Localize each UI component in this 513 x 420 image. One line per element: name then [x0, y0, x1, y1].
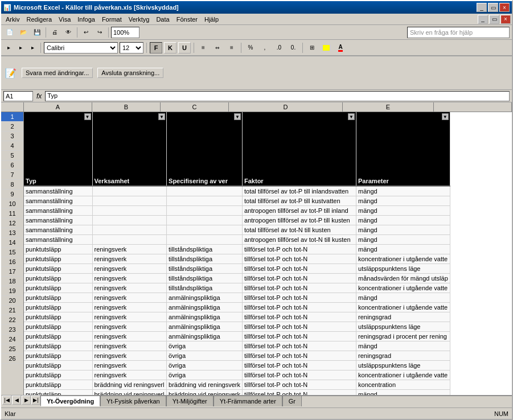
cell-a15[interactable]: punktutsläpp: [24, 312, 92, 322]
bold-button[interactable]: F: [150, 42, 162, 53]
align-right-button[interactable]: ≡: [225, 42, 238, 54]
cell-e11[interactable]: månadsvärden för mängd utsläp: [356, 273, 450, 283]
row-num-1[interactable]: 1: [1, 112, 23, 122]
menu-infoga[interactable]: Infoga: [74, 15, 99, 24]
col-header-e[interactable]: E: [343, 102, 434, 112]
cell-d5[interactable]: antropogen tillförsel av tot-P till kust…: [243, 215, 356, 225]
zoom-display[interactable]: 100%: [111, 27, 139, 38]
tab-prev-button[interactable]: ◀: [12, 396, 21, 405]
filter-arrow-c[interactable]: ▼: [234, 113, 241, 120]
row-num-24[interactable]: 24: [1, 335, 23, 344]
toolbar2-btn1[interactable]: ▸: [3, 42, 14, 54]
cell-c2[interactable]: [167, 186, 243, 196]
header-cell-typ[interactable]: Typ ▼: [24, 112, 92, 186]
row-num-16[interactable]: 16: [1, 257, 23, 267]
restore-button[interactable]: ▭: [488, 3, 498, 12]
menu-format[interactable]: Format: [99, 15, 125, 24]
cell-d22[interactable]: tillförsel tot-P och tot-N: [243, 380, 356, 389]
menu-redigera[interactable]: Redigera: [23, 15, 55, 24]
cell-e10[interactable]: utsläppspunktens läge: [356, 263, 450, 273]
cell-b3[interactable]: [92, 196, 167, 205]
tab-yt-frammande[interactable]: Yt-Främmande arter: [214, 396, 282, 406]
cell-e19[interactable]: reningsgrad: [356, 351, 450, 360]
cell-c13[interactable]: anmälningspliktiga: [167, 293, 243, 302]
track-btn2[interactable]: Avsluta granskning...: [97, 68, 163, 78]
cell-a5[interactable]: sammanställning: [24, 215, 92, 225]
cell-d11[interactable]: tillförsel tot-P och tot-N: [243, 273, 356, 283]
cell-d13[interactable]: tillförsel tot-P och tot-N: [243, 293, 356, 302]
cell-b2[interactable]: [92, 186, 167, 196]
cell-a6[interactable]: sammanställning: [24, 225, 92, 234]
cell-b13[interactable]: reningsverk: [92, 293, 167, 302]
cell-a4[interactable]: sammanställning: [24, 205, 92, 215]
cell-b23[interactable]: bräddning vid reningsverl: [92, 389, 167, 395]
cell-c18[interactable]: övriga: [167, 341, 243, 351]
cell-e7[interactable]: mängd: [356, 234, 450, 244]
row-num-9[interactable]: 9: [1, 190, 23, 199]
row-num-17[interactable]: 17: [1, 267, 23, 277]
filter-arrow-b[interactable]: ▼: [158, 113, 165, 120]
cell-d12[interactable]: tillförsel tot-P och tot-N: [243, 283, 356, 293]
row-num-10[interactable]: 10: [1, 199, 23, 209]
help-input[interactable]: Skriv en fråga för hjälp: [407, 27, 510, 38]
open-button[interactable]: 📂: [17, 26, 30, 39]
comma-button[interactable]: ,: [258, 42, 271, 54]
row-num-5[interactable]: 5: [1, 151, 23, 160]
cell-b11[interactable]: reningsverk: [92, 273, 167, 283]
row-num-7[interactable]: 7: [1, 170, 23, 180]
cell-b14[interactable]: reningsverk: [92, 302, 167, 312]
col-header-c[interactable]: C: [161, 102, 229, 112]
cell-e18[interactable]: mängd: [356, 341, 450, 351]
font-size-select[interactable]: 12: [120, 42, 143, 53]
col-header-a[interactable]: A: [24, 102, 92, 112]
tab-last-button[interactable]: ▶|: [31, 396, 40, 405]
cell-c5[interactable]: [167, 215, 243, 225]
row-num-6[interactable]: 6: [1, 160, 23, 170]
toolbar2-btn3[interactable]: ▸: [27, 42, 38, 54]
menu-verktyg[interactable]: Verktyg: [125, 15, 153, 24]
row-num-20[interactable]: 20: [1, 296, 23, 306]
cell-e21[interactable]: koncentrationer i utgående vatte: [356, 370, 450, 380]
cell-d4[interactable]: antropogen tillförsel av tot-P till inla…: [243, 205, 356, 215]
cell-b8[interactable]: reningsverk: [92, 244, 167, 254]
close-button[interactable]: ×: [499, 3, 510, 12]
cell-e2[interactable]: mängd: [356, 186, 450, 196]
cell-a12[interactable]: punktutsläpp: [24, 283, 92, 293]
row-num-22[interactable]: 22: [1, 315, 23, 325]
cell-a8[interactable]: punktutsläpp: [24, 244, 92, 254]
cell-e16[interactable]: utsläppspunktens läge: [356, 322, 450, 331]
cell-d20[interactable]: tillförsel tot-P och tot-N: [243, 360, 356, 370]
filter-arrow-e[interactable]: ▼: [442, 113, 449, 120]
cell-d9[interactable]: tillförsel tot-P och tot-N: [243, 254, 356, 263]
col-header-d[interactable]: D: [229, 102, 343, 112]
cell-c9[interactable]: tillståndspliktiga: [167, 254, 243, 263]
cell-c3[interactable]: [167, 196, 243, 205]
header-cell-verksamhet[interactable]: Verksamhet ▼: [92, 112, 167, 186]
header-cell-specifisering[interactable]: Specifisering av ver ▼: [167, 112, 243, 186]
cell-c7[interactable]: [167, 234, 243, 244]
percent-button[interactable]: %: [244, 42, 257, 54]
cell-a7[interactable]: sammanställning: [24, 234, 92, 244]
cell-c21[interactable]: övriga: [167, 370, 243, 380]
redo-button[interactable]: ↪: [93, 26, 106, 39]
cell-c19[interactable]: övriga: [167, 351, 243, 360]
new-button[interactable]: 📄: [3, 26, 16, 39]
cell-c16[interactable]: anmälningspliktiga: [167, 322, 243, 331]
cell-c14[interactable]: anmälningspliktiga: [167, 302, 243, 312]
cell-d10[interactable]: tillförsel tot-P och tot-N: [243, 263, 356, 273]
col-header-b[interactable]: B: [92, 102, 161, 112]
cell-b17[interactable]: reningsverk: [92, 331, 167, 341]
row-num-21[interactable]: 21: [1, 306, 23, 315]
cell-a11[interactable]: punktutsläpp: [24, 273, 92, 283]
tab-next-button[interactable]: ▶: [22, 396, 31, 405]
dec-decrease-button[interactable]: 0.: [287, 42, 299, 54]
cell-a13[interactable]: punktutsläpp: [24, 293, 92, 302]
cell-a16[interactable]: punktutsläpp: [24, 322, 92, 331]
cell-b22[interactable]: bräddning vid reningsverl: [92, 380, 167, 389]
save-button[interactable]: 💾: [31, 26, 43, 39]
cell-c4[interactable]: [167, 205, 243, 215]
cell-e6[interactable]: mängd: [356, 225, 450, 234]
cell-e3[interactable]: mängd: [356, 196, 450, 205]
undo-button[interactable]: ↩: [80, 26, 92, 39]
font-name-select[interactable]: Calibri: [44, 42, 118, 53]
